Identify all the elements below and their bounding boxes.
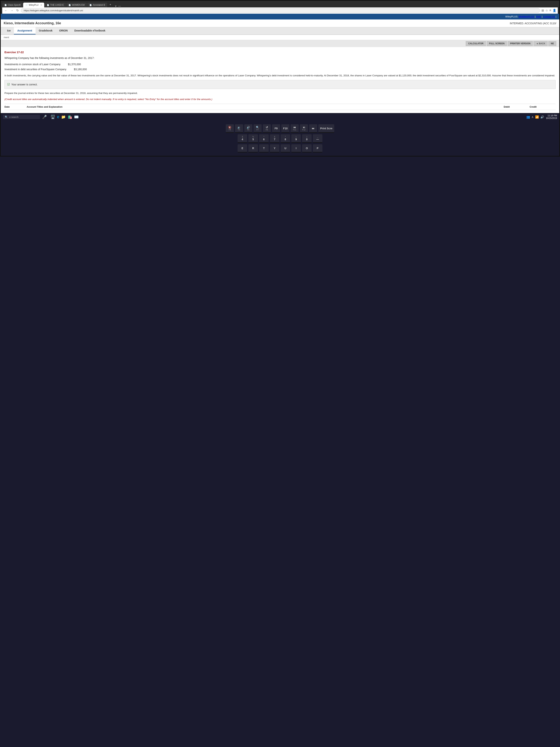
tab-etextbook[interactable]: Downloadable eTextbook: [71, 27, 109, 34]
forward-button[interactable]: →: [10, 8, 14, 12]
key-0[interactable]: )0: [302, 134, 312, 143]
key-f12[interactable]: ⏯F12: [300, 124, 308, 133]
wiley-header: WileyPLUS: MyWileyPLUS | Help | Contact …: [1, 14, 559, 20]
new-tab-button[interactable]: +: [108, 2, 113, 7]
full-screen-button[interactable]: FULL SCREEN: [487, 41, 507, 46]
next-button[interactable]: NE: [548, 41, 556, 46]
chevron-up-icon[interactable]: ∧: [532, 115, 534, 119]
exercise-title: Exercise 17-22: [4, 50, 556, 54]
key-6[interactable]: ^6: [259, 134, 269, 143]
back-button[interactable]: ←: [4, 8, 8, 12]
investment-value-1: $1,570,000: [68, 62, 81, 66]
tab-lived-e[interactable]: 📄 THE LIVED E: [45, 3, 66, 7]
tab-wileyplu[interactable]: 📄 WileyPLU ✕: [23, 3, 44, 7]
star-icon[interactable]: ☆: [545, 9, 548, 12]
calculator-button[interactable]: CALCULATOR: [466, 41, 486, 46]
taskbar-store-icon[interactable]: 🛍️: [68, 115, 72, 119]
key-t[interactable]: T: [259, 144, 269, 153]
key-8[interactable]: *8: [281, 134, 290, 143]
key-f11[interactable]: ⏮F11: [291, 124, 299, 133]
key-i[interactable]: I: [291, 144, 301, 153]
investment-value-2: $3,180,000: [74, 67, 87, 71]
taskbar-pinned-icons: 🖥️ e 📁 🛍️ ✉️: [51, 114, 79, 119]
contact-us-link[interactable]: Contact Us: [543, 15, 555, 18]
investment-label-2: Investment in debt securities of FourSqu…: [4, 67, 66, 71]
taskbar-mic-icon[interactable]: 🎤: [42, 115, 47, 119]
taskbar: 🔍 o search 🎤 🖥️ e 📁 🛍️ ✉️ 👥 ∧ 📶 🔊 11:16 …: [1, 113, 559, 121]
key-minus[interactable]: _—: [313, 134, 322, 143]
key-7[interactable]: &7: [270, 134, 279, 143]
key-vol-up[interactable]: 🔊F6: [244, 124, 252, 133]
key-next-track[interactable]: ⏭: [309, 124, 317, 133]
tab-icon: 📄: [69, 4, 71, 6]
journal-col-account: Account Titles and Explanation: [27, 105, 504, 109]
taskbar-search[interactable]: 🔍 o search: [3, 115, 40, 119]
course-title: INTERMED. ACCOUNTING (ACC 3110/: [510, 22, 556, 25]
key-f10[interactable]: F10: [281, 124, 289, 133]
key-f9[interactable]: F9: [272, 124, 280, 133]
help-link[interactable]: Help: [536, 15, 541, 18]
key-p[interactable]: P: [313, 144, 322, 153]
key-y[interactable]: Y: [270, 144, 279, 153]
grid-icon: ⊞: [541, 9, 544, 12]
printer-version-button[interactable]: PRINTER VERSION: [508, 41, 533, 46]
number-key-row: $4 %5 ^6 &7 *8 (9 )0 _—: [3, 134, 557, 143]
taskbar-clock: 11:16 PM 10/15/2019: [546, 114, 557, 120]
key-f8[interactable]: ↺F8: [263, 124, 271, 133]
tab-ice[interactable]: ice: [4, 27, 14, 34]
key-u[interactable]: U: [281, 144, 290, 153]
tab-gradebook[interactable]: Gradebook: [35, 27, 56, 34]
key-vol-down[interactable]: 🔉F5: [235, 124, 243, 133]
address-bar-row: ← → ↻ https://edugen.wileyplus.com/eduge…: [2, 7, 558, 14]
investments-table: Investments in common stock of Laser Com…: [4, 62, 556, 71]
tab-assignment[interactable]: Assignment: [14, 27, 35, 34]
browser-toolbar-icons: ⊞ ☆ ≡ 👤: [541, 9, 556, 12]
tab-orion[interactable]: ORION: [56, 27, 71, 34]
instruction-main: Prepare the journal entries for these tw…: [4, 91, 556, 96]
tab-icon: 📄: [89, 4, 92, 6]
tab-women-em[interactable]: 📄 WOMEN EM: [66, 3, 87, 7]
taskbar-system-icons: 👥 ∧ 📶 🔊: [526, 115, 544, 119]
tab-annotated-b[interactable]: 📄 Annotated B: [87, 3, 107, 7]
tab-icon: 📄: [47, 4, 49, 6]
menu-icon[interactable]: ≡: [550, 9, 551, 12]
wifi-icon: 📶: [535, 115, 539, 119]
key-9[interactable]: (9: [291, 134, 301, 143]
taskbar-cortana-icon[interactable]: 🖥️: [51, 115, 55, 119]
taskbar-edge-icon[interactable]: e: [57, 114, 59, 119]
investment-row-1: Investments in common stock of Laser Com…: [4, 62, 556, 66]
my-wiley-plus-link[interactable]: MyWileyPLUS: [519, 15, 534, 18]
address-bar[interactable]: https://edugen.wileyplus.com/edugen/stud…: [21, 8, 540, 13]
key-r[interactable]: R: [248, 144, 258, 153]
tab-close-button[interactable]: ✕: [41, 4, 42, 6]
tab-bar: 📄 Class Specifi 📄 WileyPLU ✕ 📄 THE LIVED…: [2, 2, 558, 7]
key-f7[interactable]: 🔍F7: [254, 124, 262, 133]
key-5[interactable]: %5: [248, 134, 258, 143]
key-o[interactable]: O: [302, 144, 312, 153]
key-mute[interactable]: 🔇F4: [226, 124, 234, 133]
taskbar-right: 👥 ∧ 📶 🔊 11:16 PM 10/15/2019: [526, 114, 557, 120]
time-display: 11:16 PM: [546, 114, 557, 117]
journal-col-date: Date: [4, 105, 27, 109]
wiley-logo-bar: Kieso, Intermediate Accounting, 16e INTE…: [1, 20, 559, 27]
wiley-header-links: WileyPLUS: MyWileyPLUS | Help | Contact …: [505, 15, 556, 18]
instruction-italic: (Credit account titles are automatically…: [4, 97, 556, 102]
tab-controls: ∨ —: [115, 4, 121, 7]
key-e[interactable]: E: [238, 144, 247, 153]
taskbar-folder-icon[interactable]: 📁: [61, 115, 66, 119]
key-4[interactable]: $4: [238, 134, 247, 143]
person-icon[interactable]: 👤: [553, 9, 556, 12]
taskbar-mail-icon[interactable]: ✉️: [74, 115, 79, 119]
date-display: 10/15/2019: [546, 117, 557, 120]
journal-col-credit: Credit: [530, 105, 556, 109]
tab-class-specific[interactable]: 📄 Class Specifi: [2, 3, 23, 7]
reload-button[interactable]: ↻: [16, 8, 20, 12]
back-nav-button[interactable]: ◄ BACK: [534, 41, 548, 46]
checkmark-icon: ☑: [7, 82, 10, 87]
exercise-intro: Whispering Company has the following inv…: [4, 56, 556, 60]
keyboard-area: 🔇F4 🔉F5 🔊F6 🔍F7 ↺F8 F9 F10 ⏮F11 ⏯F12 ⏭ P…: [1, 121, 559, 156]
book-title: Kieso, Intermediate Accounting, 16e: [4, 21, 61, 25]
letter-key-row: E R T Y U I O P: [3, 144, 557, 153]
network-icon: 👥: [526, 115, 530, 119]
key-print-screen[interactable]: Print Scre: [318, 124, 334, 133]
